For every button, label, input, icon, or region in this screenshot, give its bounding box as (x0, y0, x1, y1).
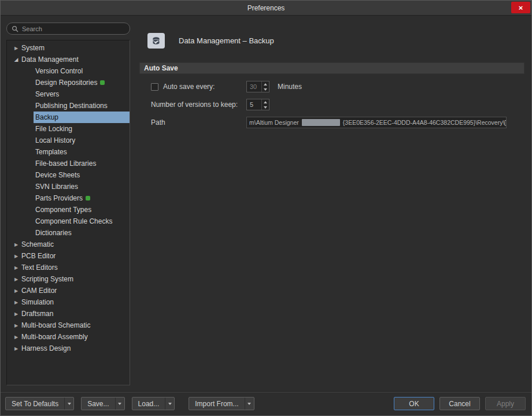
collapse-arrow-icon[interactable]: ◢ (13, 57, 20, 62)
tree-item-label: Schematic (21, 240, 54, 248)
expand-arrow-icon[interactable]: ▶ (13, 335, 20, 340)
tree-item-label: Version Control (35, 67, 83, 75)
load-button[interactable]: Load... (132, 397, 175, 410)
expand-arrow-icon[interactable]: ▶ (13, 288, 20, 294)
section-title: Auto Save (144, 64, 178, 72)
chevron-down-icon (68, 403, 71, 405)
search-input[interactable] (22, 25, 125, 32)
expand-arrow-icon[interactable]: ▶ (13, 323, 20, 328)
tree-item-label: Templates (35, 148, 67, 156)
tree-item-text-editors[interactable]: ▶ Text Editors (7, 262, 130, 273)
load-label[interactable]: Load... (132, 398, 165, 410)
tree-item-device-sheets[interactable]: Device Sheets (7, 169, 130, 181)
tree-item-label: Publishing Destinations (35, 102, 108, 110)
page-title: Data Management – Backup (179, 36, 274, 45)
title-bar: Preferences × (1, 1, 531, 16)
tree-item-file-locking[interactable]: File Locking (7, 123, 130, 135)
tree-item-label: Multi-board Schematic (21, 321, 90, 329)
auto-save-checkbox[interactable] (151, 83, 158, 91)
tree-item-parts-providers[interactable]: Parts Providers (7, 192, 130, 204)
auto-save-label: Auto save every: (163, 83, 215, 91)
import-from-button[interactable]: Import From... (189, 397, 254, 410)
path-row-label: Path (151, 118, 246, 127)
tree-item-label: Draftsman (21, 310, 53, 318)
tree-item-svn-libraries[interactable]: SVN Libraries (7, 181, 130, 192)
set-to-defaults-dropdown[interactable] (64, 398, 73, 410)
connected-badge-icon (86, 196, 90, 200)
versions-spinner[interactable]: 5 (246, 99, 269, 110)
expand-arrow-icon[interactable]: ▶ (13, 346, 20, 351)
browse-folder-icon[interactable] (504, 119, 507, 127)
spinner-down-icon[interactable] (262, 87, 269, 92)
expand-arrow-icon[interactable]: ▶ (13, 46, 20, 51)
window-title: Preferences (247, 4, 285, 12)
expand-arrow-icon[interactable]: ▶ (13, 300, 20, 305)
import-from-dropdown[interactable] (245, 398, 254, 410)
tree-item-label: Device Sheets (35, 171, 80, 179)
interval-spinner[interactable]: 30 (246, 81, 269, 92)
search-icon (12, 25, 19, 32)
tree-item-data-management[interactable]: ◢ Data Management (7, 54, 130, 65)
close-button[interactable]: × (511, 2, 530, 13)
tree-item-local-history[interactable]: Local History (7, 135, 130, 146)
apply-button[interactable]: Apply (485, 397, 526, 410)
expand-arrow-icon[interactable]: ▶ (13, 254, 20, 259)
tree-item-pcb-editor[interactable]: ▶ PCB Editor (7, 250, 130, 262)
set-to-defaults-button[interactable]: Set To Defaults (5, 397, 74, 410)
set-to-defaults-label[interactable]: Set To Defaults (6, 398, 64, 410)
tree-item-label: File-based Libraries (35, 159, 96, 168)
auto-save-row-label: Auto save every: (151, 83, 246, 91)
tree-item-simulation[interactable]: ▶ Simulation (7, 296, 130, 308)
spinner-up-icon[interactable] (262, 99, 269, 105)
save-dropdown[interactable] (115, 398, 124, 410)
versions-label: Number of versions to keep: (151, 101, 238, 109)
versions-row-control: 5 (246, 99, 524, 110)
spinner-up-icon[interactable] (262, 81, 269, 87)
path-field[interactable]: m\Altium Designer {3EE0E356-2EEC-4DDD-A4… (246, 117, 507, 128)
tree-item-draftsman[interactable]: ▶ Draftsman (7, 308, 130, 320)
versions-row-label: Number of versions to keep: (151, 101, 246, 109)
tree-item-design-repositories[interactable]: Design Repositories (7, 77, 130, 88)
tree-item-label: File Locking (35, 125, 72, 133)
redacted-text-block (302, 119, 340, 126)
tree-item-multi-board-assembly[interactable]: ▶ Multi-board Assembly (7, 331, 130, 343)
tree-item-servers[interactable]: Servers (7, 88, 130, 100)
tree-item-label: Component Rule Checks (35, 217, 112, 225)
ok-button[interactable]: OK (394, 397, 434, 410)
tree-item-label: CAM Editor (21, 287, 57, 295)
tree-item-multi-board-schematic[interactable]: ▶ Multi-board Schematic (7, 320, 130, 331)
tree-item-system[interactable]: ▶ System (7, 42, 130, 54)
tree-item-version-control[interactable]: Version Control (7, 65, 130, 77)
tree-item-label: Design Repositories (35, 79, 97, 87)
tree-item-schematic[interactable]: ▶ Schematic (7, 239, 130, 250)
tree-item-component-rule-checks[interactable]: Component Rule Checks (7, 216, 130, 227)
tree-item-templates[interactable]: Templates (7, 146, 130, 158)
search-box[interactable] (6, 23, 130, 35)
save-label[interactable]: Save... (82, 398, 114, 410)
tree-item-publishing-destinations[interactable]: Publishing Destinations (7, 100, 130, 112)
tree-item-file-based-libraries[interactable]: File-based Libraries (7, 158, 130, 169)
tree-item-label: Simulation (21, 298, 54, 306)
tree-item-backup[interactable]: Backup (7, 112, 130, 123)
versions-value[interactable]: 5 (247, 99, 261, 110)
spinner-down-icon[interactable] (262, 105, 269, 110)
tree-item-label: Servers (35, 90, 59, 98)
cancel-button[interactable]: Cancel (439, 397, 480, 410)
chevron-down-icon (168, 403, 172, 405)
expand-arrow-icon[interactable]: ▶ (13, 277, 20, 282)
tree-item-component-types[interactable]: Component Types (7, 204, 130, 216)
save-button[interactable]: Save... (81, 397, 124, 410)
interval-value[interactable]: 30 (247, 81, 261, 92)
tree-item-scripting-system[interactable]: ▶ Scripting System (7, 273, 130, 285)
expand-arrow-icon[interactable]: ▶ (13, 265, 20, 270)
tree-item-harness-design[interactable]: ▶ Harness Design (7, 343, 130, 354)
expand-arrow-icon[interactable]: ▶ (13, 311, 20, 317)
path-prefix: m\Altium Designer (249, 119, 299, 126)
load-dropdown[interactable] (165, 398, 174, 410)
tree-item-label: Component Types (35, 206, 91, 214)
auto-save-row-control: 30 Minutes (246, 81, 524, 92)
tree-item-cam-editor[interactable]: ▶ CAM Editor (7, 285, 130, 296)
expand-arrow-icon[interactable]: ▶ (13, 242, 20, 247)
tree-item-dictionaries[interactable]: Dictionaries (7, 227, 130, 239)
import-from-label[interactable]: Import From... (189, 398, 244, 410)
